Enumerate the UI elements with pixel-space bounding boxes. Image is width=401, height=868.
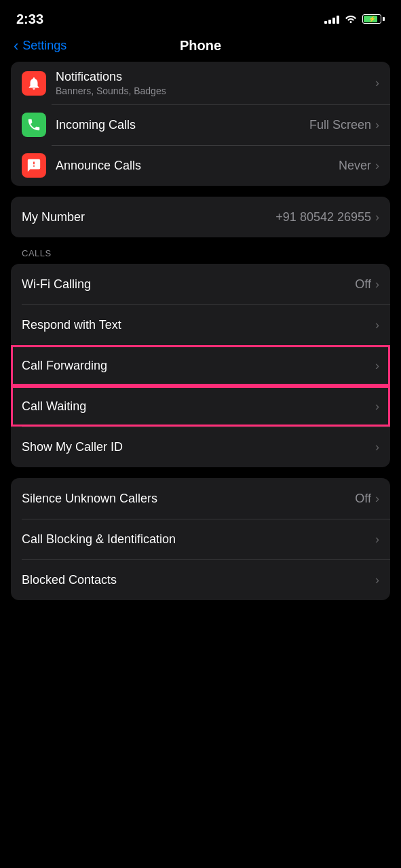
call-forwarding-chevron-icon: › (375, 359, 379, 373)
blocked-contacts-right: › (374, 573, 379, 587)
wifi-icon (345, 14, 357, 25)
wifi-calling-value: Off (355, 277, 371, 292)
call-blocking-content: Call Blocking & Identification (22, 532, 374, 547)
row-show-caller-id[interactable]: Show My Caller ID › (11, 427, 390, 467)
call-forwarding-title: Call Forwarding (22, 359, 374, 373)
row-blocked-contacts[interactable]: Blocked Contacts › (11, 559, 390, 600)
notifications-content: Notifications Banners, Sounds, Badges (56, 70, 374, 96)
blocked-contacts-chevron-icon: › (375, 573, 379, 587)
row-incoming-calls[interactable]: Incoming Calls Full Screen › (11, 104, 390, 145)
row-call-blocking[interactable]: Call Blocking & Identification › (11, 519, 390, 559)
blocked-contacts-title: Blocked Contacts (22, 573, 374, 587)
silence-unknown-value: Off (355, 492, 371, 506)
group-notifications: Notifications Banners, Sounds, Badges › … (11, 62, 390, 186)
call-blocking-title: Call Blocking & Identification (22, 532, 374, 547)
group-my-number: My Number +91 80542 26955 › (11, 197, 390, 237)
silence-unknown-title: Silence Unknown Callers (22, 492, 355, 506)
notifications-title: Notifications (56, 70, 374, 84)
call-forwarding-content: Call Forwarding (22, 359, 374, 373)
incoming-calls-icon (22, 113, 46, 137)
battery-icon: ⚡ (362, 14, 385, 24)
incoming-calls-title: Incoming Calls (56, 118, 309, 132)
silence-unknown-content: Silence Unknown Callers (22, 492, 355, 506)
respond-with-text-title: Respond with Text (22, 318, 374, 332)
back-chevron-icon: ‹ (14, 39, 18, 54)
group-bottom: Silence Unknown Callers Off › Call Block… (11, 478, 390, 600)
call-waiting-right: › (374, 399, 379, 414)
page-title: Phone (180, 38, 221, 54)
show-caller-id-content: Show My Caller ID (22, 440, 374, 454)
wifi-calling-chevron-icon: › (375, 277, 379, 292)
respond-with-text-right: › (374, 318, 379, 332)
my-number-title: My Number (22, 210, 275, 224)
announce-calls-right: Never › (339, 159, 379, 173)
blocked-contacts-content: Blocked Contacts (22, 573, 374, 587)
status-bar: 2:33 ⚡ (0, 0, 401, 34)
call-waiting-title: Call Waiting (22, 399, 374, 414)
announce-calls-value: Never (339, 159, 371, 173)
calls-section-label: CALLS (11, 248, 390, 264)
respond-with-text-content: Respond with Text (22, 318, 374, 332)
navigation-bar: ‹ Settings Phone (0, 34, 401, 62)
back-label: Settings (22, 39, 66, 53)
call-waiting-content: Call Waiting (22, 399, 374, 414)
silence-unknown-chevron-icon: › (375, 492, 379, 506)
call-forwarding-right: › (374, 359, 379, 373)
status-time: 2:33 (16, 12, 43, 27)
row-call-forwarding[interactable]: Call Forwarding › (11, 345, 390, 386)
announce-calls-content: Announce Calls (56, 159, 339, 173)
show-caller-id-title: Show My Caller ID (22, 440, 374, 454)
status-icons: ⚡ (324, 14, 385, 25)
row-wifi-calling[interactable]: Wi-Fi Calling Off › (11, 264, 390, 304)
notifications-right: › (374, 76, 379, 90)
wifi-calling-content: Wi-Fi Calling (22, 277, 355, 292)
silence-unknown-right: Off › (355, 492, 379, 506)
show-caller-id-chevron-icon: › (375, 440, 379, 454)
incoming-calls-value: Full Screen (309, 118, 371, 132)
group-calls: Wi-Fi Calling Off › Respond with Text › … (11, 264, 390, 467)
row-call-waiting[interactable]: Call Waiting › (11, 386, 390, 427)
signal-icon (324, 14, 339, 24)
settings-container: Notifications Banners, Sounds, Badges › … (0, 62, 401, 600)
respond-with-text-chevron-icon: › (375, 318, 379, 332)
incoming-calls-content: Incoming Calls (56, 118, 309, 132)
my-number-chevron-icon: › (375, 210, 379, 224)
announce-calls-icon (22, 153, 46, 178)
row-notifications[interactable]: Notifications Banners, Sounds, Badges › (11, 62, 390, 104)
show-caller-id-right: › (374, 440, 379, 454)
incoming-calls-right: Full Screen › (309, 118, 379, 132)
wifi-calling-title: Wi-Fi Calling (22, 277, 355, 292)
row-respond-with-text[interactable]: Respond with Text › (11, 304, 390, 345)
announce-calls-title: Announce Calls (56, 159, 339, 173)
notifications-icon (22, 71, 46, 96)
my-number-content: My Number (22, 210, 275, 224)
row-my-number[interactable]: My Number +91 80542 26955 › (11, 197, 390, 237)
call-blocking-right: › (374, 532, 379, 547)
call-waiting-chevron-icon: › (375, 399, 379, 414)
wifi-calling-right: Off › (355, 277, 379, 292)
notifications-subtitle: Banners, Sounds, Badges (56, 85, 374, 96)
incoming-calls-chevron-icon: › (375, 118, 379, 132)
back-button[interactable]: ‹ Settings (14, 39, 66, 54)
announce-calls-chevron-icon: › (375, 159, 379, 173)
row-announce-calls[interactable]: Announce Calls Never › (11, 145, 390, 186)
my-number-right: +91 80542 26955 › (275, 210, 379, 224)
my-number-value: +91 80542 26955 (275, 210, 371, 224)
notifications-chevron-icon: › (375, 76, 379, 90)
call-blocking-chevron-icon: › (375, 532, 379, 547)
row-silence-unknown[interactable]: Silence Unknown Callers Off › (11, 478, 390, 519)
